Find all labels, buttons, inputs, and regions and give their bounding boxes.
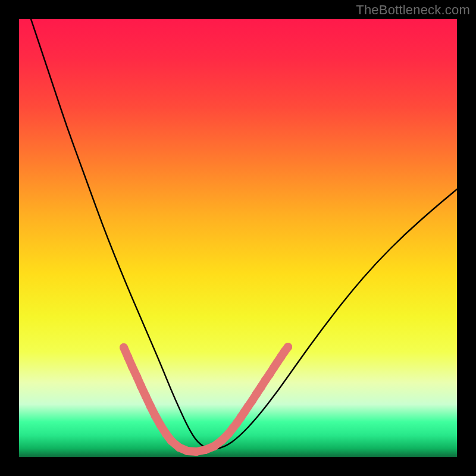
curve-layer — [19, 19, 457, 457]
curve-markers — [120, 343, 292, 456]
chart-frame: TheBottleneck.com — [0, 0, 476, 476]
curve-marker — [284, 343, 292, 351]
bottleneck-curve — [31, 19, 457, 449]
plot-area — [19, 19, 457, 457]
watermark-text: TheBottleneck.com — [356, 2, 470, 18]
